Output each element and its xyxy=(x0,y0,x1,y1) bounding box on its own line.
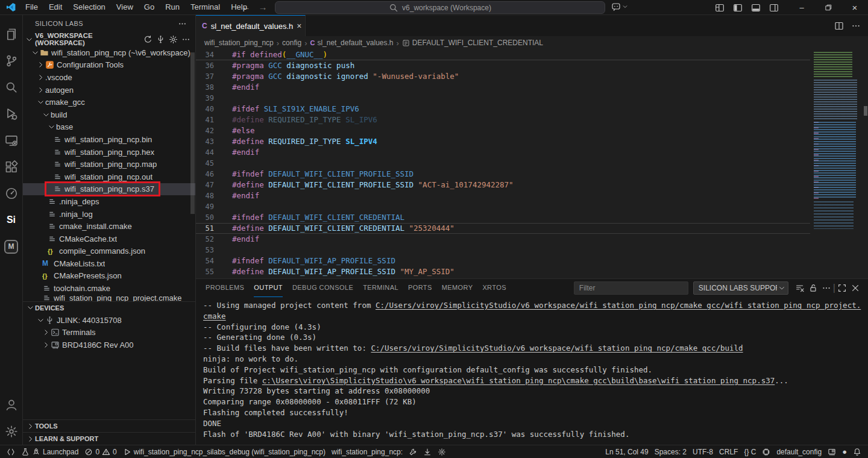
layout-customize-icon[interactable] xyxy=(715,3,725,13)
tree-item[interactable]: .vscode xyxy=(23,71,195,84)
panel-tab-memory[interactable]: MEMORY xyxy=(442,279,473,297)
code-line-40[interactable]: 40#ifdef SLI_SI91X_ENABLE_IPV6 xyxy=(196,104,810,114)
breadcrumb-item[interactable]: DEFAULT_WIFI_CLIENT_CREDENTIAL xyxy=(402,39,543,47)
tree-item[interactable]: autogen xyxy=(23,84,195,96)
statusbar-target-part[interactable] xyxy=(759,445,773,458)
panel-expand-icon[interactable] xyxy=(835,283,849,293)
tree-item[interactable]: {}CMakePresets.json xyxy=(23,270,195,283)
output-link[interactable]: cmake xyxy=(203,312,226,321)
tree-item[interactable]: wifi_station_ping_ncp.bin xyxy=(23,133,195,146)
menu-run[interactable]: Run xyxy=(160,0,185,14)
tree-item[interactable]: BRD4186C Rev A00 xyxy=(23,339,195,351)
statusbar-notifications[interactable] xyxy=(850,445,864,458)
tree-item[interactable]: toolchain.cmake xyxy=(23,282,195,295)
menu-terminal[interactable]: Terminal xyxy=(185,0,225,14)
statusbar-remote-window[interactable] xyxy=(4,445,18,458)
workspace-action-ellipsis-icon[interactable] xyxy=(180,35,192,44)
code-line-54[interactable]: 54#ifndef DEFAULT_WIFI_AP_PROFILE_SSID xyxy=(196,256,810,266)
activity-explorer[interactable] xyxy=(0,21,23,48)
code-line-46[interactable]: 46#ifndef DEFAULT_WIFI_CLIENT_PROFILE_SS… xyxy=(196,169,810,180)
code-line-38[interactable]: 38#endif xyxy=(196,82,810,93)
workspace-action-refresh-icon[interactable] xyxy=(142,35,154,44)
workspace-action-usb-icon[interactable] xyxy=(155,35,166,44)
layout-panel-icon[interactable] xyxy=(751,3,761,13)
close-window-button[interactable]: × xyxy=(841,0,868,15)
statusbar-connection-dot[interactable]: ● xyxy=(839,445,850,458)
code-line-39[interactable]: 39 xyxy=(196,93,810,104)
tree-item[interactable]: {}compile_commands.json xyxy=(23,245,195,258)
statusbar-eol[interactable]: CRLF xyxy=(716,445,741,458)
workspace-header[interactable]: V6_WORKSPACE (WORKSPACE) xyxy=(23,32,195,46)
panel-ellipsis-icon[interactable] xyxy=(820,283,833,293)
tree-item[interactable]: .ninja_deps xyxy=(23,195,195,208)
tree-item[interactable]: wifi_station_ping_ncp.s37 xyxy=(23,183,195,196)
activity-source-control[interactable] xyxy=(0,48,23,74)
output-channel-select[interactable]: SILICON LABS SUPPORT xyxy=(693,281,788,295)
code-editor[interactable]: 34#if defined(__GNUC__)36#pragma GCC dia… xyxy=(196,49,868,278)
menu-file[interactable]: File xyxy=(20,0,43,14)
minimap[interactable] xyxy=(810,49,868,278)
menu-edit[interactable]: Edit xyxy=(43,0,68,14)
statusbar-encoding[interactable]: UTF-8 xyxy=(690,445,716,458)
tree-item[interactable]: CMakeCache.txt xyxy=(23,233,195,245)
code-line-53[interactable]: 53 xyxy=(196,245,810,256)
restore-button[interactable] xyxy=(815,0,841,15)
workspace-action-gear-icon[interactable] xyxy=(168,35,179,44)
activity-settings[interactable] xyxy=(0,418,23,445)
statusbar-project-prefix[interactable]: wifi_station_ping_ncp: xyxy=(329,445,406,458)
tree-item[interactable]: wifi_station_ping_ncp.map xyxy=(23,158,195,171)
statusbar-debug-settings-tool[interactable] xyxy=(435,445,449,458)
panel-tab-problems[interactable]: PROBLEMS xyxy=(206,279,244,297)
statusbar-download-tool[interactable] xyxy=(420,445,435,458)
panel-tab-terminal[interactable]: TERMINAL xyxy=(363,279,398,297)
code-line-52[interactable]: 52#endif xyxy=(196,234,810,245)
copilot-button[interactable] xyxy=(611,2,628,11)
tree-item[interactable]: JLINK: 440315708 xyxy=(23,314,195,327)
panel-tab-xrtos[interactable]: XRTOS xyxy=(482,279,506,297)
output-console[interactable]: -- Using managed project content from C:… xyxy=(196,297,868,445)
statusbar-build-config[interactable]: default_config xyxy=(773,445,825,458)
tree-item[interactable]: cmake_install.cmake xyxy=(23,220,195,233)
tree-item[interactable]: Terminals xyxy=(23,326,195,339)
layout-sidebar-right-icon[interactable] xyxy=(769,3,779,13)
menu-view[interactable]: View xyxy=(111,0,139,14)
panel-close-icon[interactable] xyxy=(849,283,862,293)
output-link[interactable]: c:\Users\viroy\SimplicityStudio\v6_works… xyxy=(262,376,775,385)
editor-scrollbar[interactable] xyxy=(864,106,867,116)
activity-remote-explorer[interactable] xyxy=(0,127,23,154)
section-learn-support[interactable]: LEARN & SUPPORT xyxy=(23,432,195,445)
code-line-43[interactable]: 43#define REQUIRED_IP_TYPE SL_IPV4 xyxy=(196,136,810,147)
statusbar-board-select[interactable] xyxy=(825,445,839,458)
code-line-48[interactable]: 48#endif xyxy=(196,190,810,201)
section-tools[interactable]: TOOLS xyxy=(23,419,195,432)
statusbar-flash-tool[interactable] xyxy=(406,445,420,458)
tree-item[interactable]: wifi_station_ping_ncp.hex xyxy=(23,146,195,158)
tree-item[interactable]: wifi_station_ping_ncp_project.cmake xyxy=(23,295,195,301)
minimize-button[interactable]: – xyxy=(788,0,815,15)
statusbar-indentation[interactable]: Spaces: 2 xyxy=(652,445,690,458)
tree-item[interactable]: wifi_station_ping_ncp.out xyxy=(23,171,195,183)
code-line-55[interactable]: 55#define DEFAULT_WIFI_AP_PROFILE_SSID "… xyxy=(196,266,810,277)
statusbar-problems[interactable]: 00 xyxy=(81,445,119,458)
split-icon[interactable] xyxy=(834,21,844,31)
tab-sl-net-default-values[interactable]: C sl_net_default_values.h × xyxy=(196,15,306,36)
code-line-47[interactable]: 47#define DEFAULT_WIFI_CLIENT_PROFILE_SS… xyxy=(196,180,810,190)
activity-accounts[interactable] xyxy=(0,392,23,418)
code-line-51[interactable]: 51#define DEFAULT_WIFI_CLIENT_CREDENTIAL… xyxy=(196,223,810,234)
tree-item[interactable]: MCMakeLists.txt xyxy=(23,257,195,270)
code-line-41[interactable]: 41#define REQUIRED_IP_TYPE SL_IPV6 xyxy=(196,114,810,125)
panel-unlock-icon[interactable] xyxy=(807,283,820,293)
tree-item[interactable]: Configuration Tools xyxy=(23,59,195,72)
back-button[interactable]: ← xyxy=(239,0,253,14)
panel-tab-output[interactable]: OUTPUT xyxy=(254,279,283,297)
tree-item[interactable]: wifi_station_ping_ncp (~\v6_workspace) xyxy=(23,46,195,59)
devices-section-header[interactable]: DEVICES xyxy=(23,301,195,314)
panel-tab-ports[interactable]: PORTS xyxy=(408,279,432,297)
activity-search[interactable] xyxy=(0,74,23,101)
menu-selection[interactable]: Selection xyxy=(68,0,110,14)
tree-item[interactable]: .ninja_log xyxy=(23,208,195,221)
layout-sidebar-left-icon[interactable] xyxy=(733,3,743,13)
activity-silicon-labs[interactable]: Si xyxy=(0,207,23,233)
code-line-45[interactable]: 45 xyxy=(196,158,810,169)
tree-item[interactable]: base xyxy=(23,121,195,134)
